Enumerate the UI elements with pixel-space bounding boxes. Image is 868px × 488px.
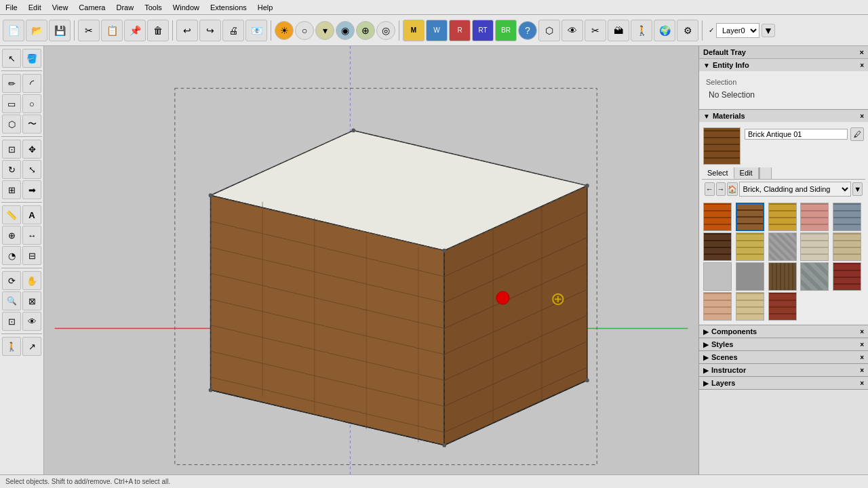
tape-tool[interactable]: 📏: [2, 205, 21, 224]
mat-home-btn[interactable]: 🏠: [727, 182, 738, 196]
erase-button[interactable]: 🗑: [147, 20, 169, 41]
freehand-tool[interactable]: 〜: [22, 115, 41, 134]
save-button[interactable]: 💾: [49, 20, 71, 41]
mat-details-btn[interactable]: ▼: [852, 182, 863, 196]
components-close-icon[interactable]: ×: [860, 328, 864, 336]
entity-info-header[interactable]: ▼ Entity Info ×: [699, 59, 868, 71]
instructor-header[interactable]: ▶ Instructor ×: [699, 364, 868, 376]
swatch-14[interactable]: [833, 262, 861, 291]
pencil-tool[interactable]: ✏: [2, 74, 21, 93]
menu-extensions[interactable]: Extensions: [205, 2, 252, 13]
email-button[interactable]: 📧: [245, 20, 267, 41]
layer-settings-button[interactable]: ▼: [762, 24, 775, 37]
menu-camera[interactable]: Camera: [73, 2, 111, 13]
styles-close-icon[interactable]: ×: [860, 341, 864, 348]
warehouse-button[interactable]: W: [426, 20, 448, 41]
material-sample-btn[interactable]: 🖊: [850, 127, 864, 141]
section-tool[interactable]: ⊟: [22, 246, 41, 265]
rectangle-tool[interactable]: ▭: [2, 94, 21, 113]
zoom-extents-tool[interactable]: ⊡: [2, 312, 21, 331]
materials-close-icon[interactable]: ×: [860, 113, 864, 120]
menu-draw[interactable]: Draw: [111, 2, 139, 13]
view-extra1-button[interactable]: ◎: [376, 21, 395, 40]
view-top-button[interactable]: ○: [295, 21, 314, 40]
swatch-7[interactable]: [768, 232, 797, 261]
world-button[interactable]: 🌍: [654, 20, 675, 41]
swatch-4[interactable]: [833, 203, 861, 231]
instructor-close-icon[interactable]: ×: [860, 367, 864, 374]
zoom-tool[interactable]: 🔍: [2, 291, 21, 310]
arc-tool[interactable]: ◜: [22, 74, 41, 93]
move-tool[interactable]: ✥: [22, 140, 41, 159]
turn-tool[interactable]: ↗: [22, 337, 41, 356]
swatch-16[interactable]: [736, 292, 764, 321]
swatch-17[interactable]: [768, 292, 797, 321]
layers-header[interactable]: ▶ Layers ×: [699, 377, 868, 389]
undo-button[interactable]: ↩: [176, 20, 198, 41]
view-3d-button[interactable]: ☀: [275, 21, 294, 40]
rt-button[interactable]: RT: [472, 20, 494, 41]
circle-tool[interactable]: ○: [22, 94, 41, 113]
swatch-5[interactable]: [703, 232, 732, 261]
human-button[interactable]: 🚶: [631, 20, 652, 41]
lookaround-tool[interactable]: 👁: [22, 312, 41, 331]
followme-tool[interactable]: ➡: [22, 180, 41, 199]
swatch-12[interactable]: [768, 262, 797, 291]
view-iso-button[interactable]: ⊕: [356, 21, 375, 40]
menu-file[interactable]: File: [0, 2, 23, 13]
br-button[interactable]: BR: [495, 20, 517, 41]
select-tool[interactable]: ↖: [2, 49, 21, 68]
viewport[interactable]: [44, 46, 698, 474]
layer-select[interactable]: Layer0: [716, 23, 760, 38]
ruby-button[interactable]: R: [449, 20, 471, 41]
pushpull-tool[interactable]: ⊡: [2, 140, 21, 159]
protractor-tool[interactable]: ◔: [2, 246, 21, 265]
axes-tool[interactable]: ⊕: [2, 226, 21, 245]
components-header[interactable]: ▶ Components ×: [699, 325, 868, 338]
menu-tools[interactable]: Tools: [139, 2, 167, 13]
pan-tool[interactable]: ✋: [22, 271, 41, 290]
material-select-tab[interactable]: Select: [702, 167, 734, 179]
text-tool[interactable]: A: [22, 205, 41, 224]
eye-button[interactable]: 👁: [561, 20, 583, 41]
scenes-close-icon[interactable]: ×: [860, 354, 864, 361]
entity-close-icon[interactable]: ×: [860, 62, 864, 69]
materials-header[interactable]: ▼ Materials ×: [699, 110, 868, 122]
redo-button[interactable]: ↪: [199, 20, 221, 41]
menu-view[interactable]: View: [47, 2, 74, 13]
layers-close-icon[interactable]: ×: [860, 380, 864, 387]
view-right-button[interactable]: ◉: [336, 21, 355, 40]
cut-button[interactable]: ✂: [78, 20, 100, 41]
swatch-8[interactable]: [800, 232, 829, 261]
scenes-header[interactable]: ▶ Scenes ×: [699, 351, 868, 363]
sandbox-button[interactable]: 🏔: [608, 20, 629, 41]
menu-window[interactable]: Window: [167, 2, 205, 13]
swatch-9[interactable]: [833, 232, 861, 261]
extension-button[interactable]: ⬡: [538, 20, 560, 41]
swatch-3[interactable]: [800, 203, 829, 231]
copy-button[interactable]: 📋: [101, 20, 123, 41]
zoom-window-tool[interactable]: ⊠: [22, 291, 41, 310]
styles-header[interactable]: ▶ Styles ×: [699, 338, 868, 350]
paste-button[interactable]: 📌: [124, 20, 146, 41]
swatch-6[interactable]: [736, 232, 764, 261]
settings-button[interactable]: ⚙: [677, 20, 698, 41]
offset-tool[interactable]: ⊞: [2, 180, 21, 199]
mat-forward-btn[interactable]: →: [716, 182, 726, 196]
print-button[interactable]: 🖨: [222, 20, 244, 41]
view-front-button[interactable]: ▾: [315, 21, 334, 40]
mat-back-btn[interactable]: ←: [705, 182, 715, 196]
menu-edit[interactable]: Edit: [23, 2, 47, 13]
polygon-tool[interactable]: ⬡: [2, 115, 21, 134]
scale-tool[interactable]: ⤡: [22, 160, 41, 179]
scissors-button[interactable]: ✂: [585, 20, 606, 41]
material-category-select[interactable]: Brick, Cladding and Siding: [739, 182, 851, 197]
swatch-0[interactable]: [703, 203, 732, 231]
swatch-13[interactable]: [800, 262, 829, 291]
material-edit-tab[interactable]: Edit: [734, 167, 759, 179]
help-button[interactable]: ?: [518, 21, 537, 40]
swatch-11[interactable]: [736, 262, 764, 291]
material-name-input[interactable]: [745, 129, 848, 140]
su-button[interactable]: M: [403, 20, 425, 41]
swatch-10[interactable]: [703, 262, 732, 291]
